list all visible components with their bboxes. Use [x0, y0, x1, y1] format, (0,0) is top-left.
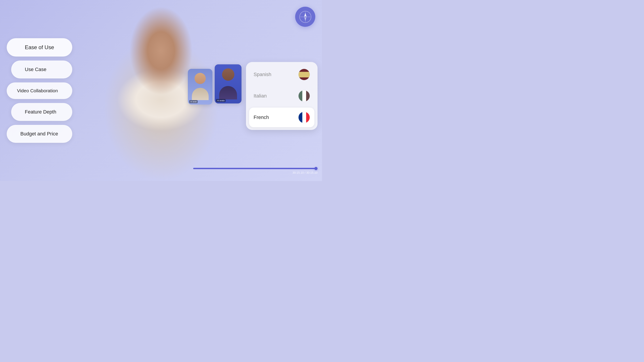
pill-video-collaboration-label: Video Collaboration: [17, 88, 58, 93]
avatar-body-2: [219, 86, 237, 99]
language-selector-card: Spanish Italian French: [246, 62, 318, 130]
pill-feature-depth-label: Feature Depth: [25, 109, 56, 115]
avatar-card-1[interactable]: AI avat: [188, 69, 212, 105]
language-spanish-label: Spanish: [254, 71, 272, 77]
avatar-label-2: AI avata: [216, 99, 226, 102]
avatar-body-1: [192, 88, 209, 100]
language-italian-label: Italian: [254, 93, 267, 99]
italian-flag-icon: [298, 90, 310, 102]
compass-icon: [299, 11, 312, 23]
playback-bar: 30:15.10 / 30:15.10: [193, 168, 318, 174]
pill-use-case[interactable]: Use Case: [11, 60, 72, 78]
time-display: 30:15.10 / 30:15.10: [193, 171, 318, 174]
pill-budget-and-price-label: Budget and Price: [20, 131, 58, 137]
language-item-italian[interactable]: Italian: [249, 86, 314, 106]
progress-track[interactable]: [193, 168, 318, 169]
spanish-flag-icon: [298, 69, 310, 80]
avatar-cards-container: AI avat AI avata: [188, 64, 242, 105]
pill-ease-of-use-label: Ease of Use: [25, 44, 54, 50]
avatar-label-1: AI avat: [189, 100, 198, 103]
pill-feature-depth[interactable]: Feature Depth: [11, 103, 72, 121]
pill-ease-of-use[interactable]: Ease of Use: [7, 38, 72, 56]
french-flag-icon: [298, 111, 310, 123]
pill-video-collaboration[interactable]: Video Collaboration: [7, 82, 72, 99]
avatar-face-2: [215, 64, 242, 103]
topic-pills-container: Ease of Use Use Case Video Collaboration…: [7, 38, 72, 143]
progress-fill: [193, 168, 318, 169]
avatar-face-1: [188, 69, 212, 105]
progress-thumb[interactable]: [314, 167, 318, 170]
language-item-french[interactable]: French: [249, 107, 314, 127]
language-item-spanish[interactable]: Spanish: [249, 64, 314, 84]
avatar-head-1: [194, 73, 206, 84]
avatar-head-2: [222, 68, 234, 81]
pill-use-case-label: Use Case: [25, 67, 46, 72]
avatar-card-2[interactable]: AI avata: [215, 64, 242, 103]
safari-icon-button[interactable]: [295, 7, 315, 27]
language-french-label: French: [254, 114, 269, 120]
pill-budget-and-price[interactable]: Budget and Price: [7, 125, 72, 143]
